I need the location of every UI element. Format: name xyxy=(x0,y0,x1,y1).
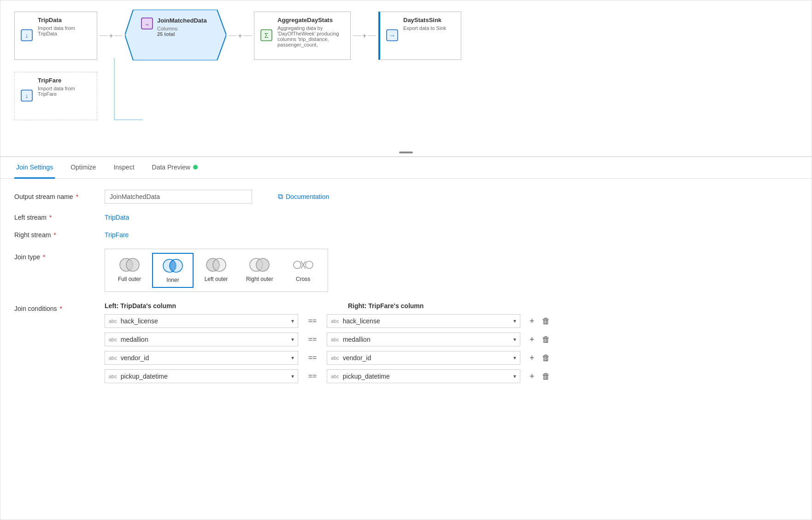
vert-connector xyxy=(114,58,115,120)
eq-sign-1: == xyxy=(306,335,319,344)
join-type-right-outer-label: Right outer xyxy=(246,276,273,282)
left-condition-3[interactable]: abc pickup_datetime ▾ xyxy=(105,369,298,383)
delete-condition-0[interactable]: 🗑 xyxy=(540,316,552,327)
right-condition-1[interactable]: abc medallion ▾ xyxy=(327,333,520,346)
right-condition-0[interactable]: abc hack_license ▾ xyxy=(327,314,520,328)
aggregate-icon: Σ xyxy=(260,29,273,43)
delete-condition-1[interactable]: 🗑 xyxy=(540,334,552,345)
condition-row-3: abc pickup_datetime ▾ == abc pickup_date… xyxy=(105,369,552,383)
add-condition-0[interactable]: + xyxy=(528,316,536,327)
condition-actions-0: + 🗑 xyxy=(528,316,552,327)
join-type-row: Join type * Full outer xyxy=(14,249,798,292)
svg-text:⟗: ⟗ xyxy=(146,21,149,27)
doc-link[interactable]: ⧉ Documentation xyxy=(278,193,329,201)
delete-condition-3[interactable]: 🗑 xyxy=(540,371,552,382)
add-after-aggregate[interactable]: + xyxy=(361,32,368,40)
right-condition-2[interactable]: abc vendor_id ▾ xyxy=(327,351,520,365)
join-type-right-outer[interactable]: Right outer xyxy=(239,253,281,288)
delete-condition-2[interactable]: 🗑 xyxy=(540,352,552,364)
eq-sign-2: == xyxy=(306,354,319,362)
left-condition-2[interactable]: abc vendor_id ▾ xyxy=(105,351,298,365)
join-type-cross[interactable]: Cross xyxy=(282,253,324,288)
dropdown-arrow-1-right: ▾ xyxy=(513,336,516,343)
tab-join-settings[interactable]: Join Settings xyxy=(14,157,55,179)
connector-1: + xyxy=(97,32,125,40)
node-tripdata-subtitle: Import data from TripData xyxy=(38,25,90,36)
right-stream-label: Right stream * xyxy=(14,231,97,239)
join-type-label: Join type * xyxy=(14,249,97,261)
svg-text:Σ: Σ xyxy=(265,31,269,39)
minimize-bar[interactable] xyxy=(399,152,413,153)
right-stream-required: * xyxy=(53,231,56,239)
eq-sign-3: == xyxy=(306,372,319,380)
right-stream-row: Right stream * TripFare xyxy=(14,231,798,239)
add-condition-2[interactable]: + xyxy=(528,352,536,364)
join-type-full-outer-label: Full outer xyxy=(118,276,141,282)
connector-3: + xyxy=(351,32,378,40)
join-type-left-outer[interactable]: Left outer xyxy=(195,253,237,288)
condition-row-0: abc hack_license ▾ == abc hack_license ▾… xyxy=(105,314,552,328)
add-after-tripdata[interactable]: + xyxy=(107,32,114,40)
right-stream-value[interactable]: TripFare xyxy=(105,231,129,239)
svg-point-16 xyxy=(213,258,226,271)
eq-sign-0: == xyxy=(306,317,319,325)
node-join-subtitle-label: Columns: xyxy=(157,26,178,31)
right-condition-3[interactable]: abc pickup_datetime ▾ xyxy=(327,369,520,383)
data-preview-dot xyxy=(193,165,198,169)
dropdown-arrow-2-right: ▾ xyxy=(513,355,516,361)
tab-inspect[interactable]: Inspect xyxy=(112,157,136,179)
svg-point-18 xyxy=(256,258,269,271)
node-sink-title: DayStatsSink xyxy=(403,17,454,23)
condition-row-2: abc vendor_id ▾ == abc vendor_id ▾ + � xyxy=(105,351,552,365)
doc-label: Documentation xyxy=(286,193,329,200)
settings-content: Output stream name * ⧉ Documentation Lef… xyxy=(0,179,812,409)
node-join-subtitle-value: 25 total xyxy=(157,31,175,37)
add-after-join[interactable]: + xyxy=(236,32,243,40)
tab-optimize[interactable]: Optimize xyxy=(69,157,98,179)
node-aggregate-subtitle: Aggregating data by 'DayOfTheWeek' produ… xyxy=(277,25,343,47)
svg-point-12 xyxy=(126,258,139,271)
node-joinmatcheddata[interactable]: ⟗ JoinMatchedData Columns: 25 total xyxy=(125,10,226,62)
left-stream-value[interactable]: TripData xyxy=(105,214,129,221)
node-sink[interactable]: → DayStatsSink Export data to Sink xyxy=(378,12,461,60)
horiz-connector xyxy=(114,119,142,120)
svg-point-20 xyxy=(306,261,313,269)
conditions-container: Left: TripData's column Right: TripFare'… xyxy=(105,302,552,388)
node-tripfare[interactable]: ↓ TripFare Import data from TripFare xyxy=(14,72,97,120)
join-type-inner-label: Inner xyxy=(166,277,179,283)
left-condition-1[interactable]: abc medallion ▾ xyxy=(105,333,298,346)
node-sink-subtitle: Export data to Sink xyxy=(403,25,454,31)
join-type-inner[interactable]: Inner xyxy=(152,253,194,288)
dropdown-arrow-3-left: ▾ xyxy=(291,373,294,380)
left-stream-label: Left stream * xyxy=(14,214,97,221)
dropdown-arrow-0-left: ▾ xyxy=(291,318,294,324)
output-stream-label: Output stream name * xyxy=(14,193,97,200)
dropdown-arrow-1-left: ▾ xyxy=(291,336,294,343)
join-type-required: * xyxy=(43,253,45,261)
right-col-header: Right: TripFare's column xyxy=(348,302,541,310)
connector-2: + xyxy=(226,32,254,40)
add-condition-1[interactable]: + xyxy=(528,334,536,345)
tab-data-preview[interactable]: Data Preview xyxy=(150,157,200,179)
join-type-selector: Full outer Inner xyxy=(105,249,328,292)
join-conditions-row: Join conditions * Left: TripData's colum… xyxy=(14,302,798,388)
join-type-left-outer-label: Left outer xyxy=(205,276,228,282)
condition-actions-1: + 🗑 xyxy=(528,334,552,345)
node-aggregate[interactable]: Σ AggregateDayStats Aggregating data by … xyxy=(254,12,351,60)
node-tripdata-title: TripData xyxy=(38,17,90,23)
node-join-title: JoinMatchedData xyxy=(157,17,211,24)
node-tripfare-subtitle: Import data from TripFare xyxy=(38,86,90,97)
node-aggregate-title: AggregateDayStats xyxy=(277,17,343,23)
tripfare-icon: ↓ xyxy=(20,89,33,103)
dropdown-arrow-3-right: ▾ xyxy=(513,373,516,380)
join-type-full-outer[interactable]: Full outer xyxy=(109,253,150,288)
join-conditions-required: * xyxy=(60,305,62,312)
left-condition-0[interactable]: abc hack_license ▾ xyxy=(105,314,298,328)
node-tripdata[interactable]: ↓ TripData Import data from TripData xyxy=(14,12,97,60)
output-stream-required: * xyxy=(76,193,78,200)
output-stream-input[interactable] xyxy=(105,190,252,204)
add-condition-3[interactable]: + xyxy=(528,371,536,382)
left-stream-required: * xyxy=(49,214,52,221)
condition-row-1: abc medallion ▾ == abc medallion ▾ + � xyxy=(105,333,552,346)
dropdown-arrow-2-left: ▾ xyxy=(291,355,294,361)
